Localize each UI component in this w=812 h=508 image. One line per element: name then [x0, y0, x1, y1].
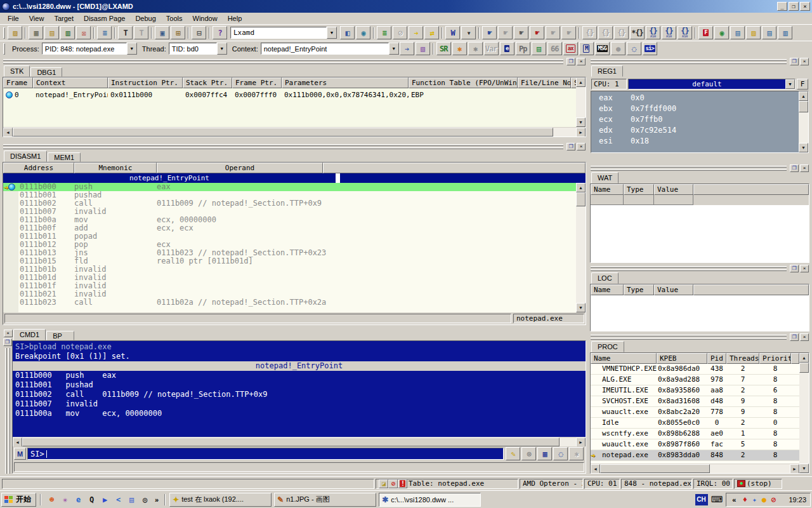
- thread-combo[interactable]: TID: bd0 ▼: [169, 43, 227, 55]
- process-combo[interactable]: PID: 848: notepad.exe ▼: [42, 43, 137, 55]
- stack-horizontal-scrollbar[interactable]: ◄ ►: [3, 127, 586, 137]
- stop-output-icon[interactable]: ⊗: [521, 447, 536, 460]
- media-player-icon[interactable]: ✳: [59, 493, 70, 506]
- watch-panel-grip[interactable]: ❐ ×: [590, 164, 809, 172]
- pause-icon[interactable]: ⊘: [393, 26, 407, 39]
- scrollbar-thumb[interactable]: [799, 363, 809, 373]
- alert-icon[interactable]: !: [398, 479, 407, 488]
- tab-proc[interactable]: PROC: [591, 341, 624, 352]
- m-symbols-icon[interactable]: M: [579, 42, 594, 55]
- column-header-file-line-no[interactable]: File/Line No: [518, 77, 571, 88]
- antivirus-icon[interactable]: ♦: [740, 495, 749, 505]
- scroll-up-button[interactable]: ▲: [576, 183, 586, 192]
- panel-close-button[interactable]: ×: [800, 164, 809, 172]
- scroll-down-button[interactable]: ▼: [799, 464, 809, 473]
- process-row[interactable]: wuauclt.exe0x8987f860fac58: [591, 439, 799, 450]
- column-header-value[interactable]: Value: [654, 184, 693, 195]
- go-arrow-icon[interactable]: ➔: [409, 26, 423, 39]
- keyboard-icon[interactable]: ⌨: [710, 495, 724, 504]
- register-row[interactable]: eax0x0: [591, 93, 799, 104]
- asm-open-icon[interactable]: {}ASH: [646, 26, 660, 39]
- panel-close-button[interactable]: ×: [800, 265, 809, 272]
- column-header-address[interactable]: Address: [3, 163, 74, 173]
- list-export-icon[interactable]: ≡: [377, 26, 391, 39]
- scroll-right-button[interactable]: ►: [576, 128, 586, 137]
- hand-cancel-icon[interactable]: ☛: [530, 26, 544, 39]
- menu-disasm-page[interactable]: Disasm Page: [79, 13, 130, 24]
- command-combo[interactable]: Lxamd ▼: [230, 27, 337, 39]
- save-window-icon[interactable]: ▥: [60, 26, 75, 39]
- tab-wat[interactable]: WAT: [591, 172, 619, 184]
- jump-to-icon[interactable]: ➔: [400, 42, 414, 55]
- scrollbar-thumb[interactable]: [13, 128, 553, 137]
- command-input[interactable]: SI>: [27, 448, 504, 460]
- glasses-icon[interactable]: 66: [547, 42, 562, 55]
- asm-pair-icon[interactable]: {}ASH: [678, 26, 692, 39]
- thread-combo-value[interactable]: TID: bd0: [169, 43, 217, 55]
- column-header-value[interactable]: Value: [654, 284, 693, 295]
- panel-close-button[interactable]: ×: [4, 330, 13, 337]
- panel-float-button[interactable]: ❐: [566, 58, 575, 65]
- messenger-icon[interactable]: ☻: [46, 493, 57, 506]
- open-file-icon[interactable]: ▨: [8, 26, 22, 39]
- process-combo-value[interactable]: PID: 848: notepad.exe: [42, 43, 127, 55]
- register-row[interactable]: ecx0x7ffb0: [591, 114, 799, 125]
- register-view-combo[interactable]: default ▼: [628, 79, 796, 90]
- menu-file[interactable]: File: [3, 13, 24, 24]
- title-bar[interactable]: c:\...\vsi1280.dww - [CMD1]@LXAMD _❐×: [0, 0, 812, 13]
- open-window-icon[interactable]: ▤: [44, 26, 59, 39]
- w-dropdown-icon[interactable]: ▾: [461, 26, 476, 39]
- page-list-icon[interactable]: ▥: [778, 26, 792, 39]
- pc-search-icon[interactable]: ◧: [340, 26, 355, 39]
- msg-icon[interactable]: MSG: [595, 42, 610, 55]
- update-icon[interactable]: ✦: [749, 495, 759, 505]
- hand-step-icon[interactable]: ☛: [498, 26, 513, 39]
- break-hand-icon[interactable]: ☛: [482, 26, 497, 39]
- panel-float-button[interactable]: ❐: [790, 265, 799, 272]
- scroll-left-button[interactable]: ◄: [13, 438, 22, 447]
- column-header-priority[interactable]: Priority: [759, 353, 791, 364]
- menu-help[interactable]: Help: [223, 13, 247, 24]
- brace-next-icon[interactable]: {}: [598, 26, 613, 39]
- column-header-type[interactable]: Type: [624, 284, 654, 295]
- font-open-icon[interactable]: T: [118, 26, 133, 39]
- register-row[interactable]: edx0x7c92e514: [591, 125, 799, 136]
- paste-icon[interactable]: ⊞: [171, 26, 185, 39]
- close-button[interactable]: ×: [800, 2, 810, 11]
- no-entry-icon[interactable]: ⊘: [388, 479, 398, 488]
- context-combo-value[interactable]: notepad!_EntryPoint: [261, 43, 389, 55]
- column-header-instruction-ptr-[interactable]: Instruction Ptr.: [108, 77, 183, 88]
- web-page-icon[interactable]: ◉: [714, 26, 729, 39]
- command-console[interactable]: SI>bpload notepad.exeBreakpoint [0x1 (1)…: [13, 341, 586, 437]
- tab-cmd1[interactable]: CMD1: [13, 329, 46, 340]
- process-row[interactable]: VMNETDHCP.EXE0x8a986da043828: [591, 364, 799, 375]
- ax-register-icon[interactable]: ax: [563, 42, 578, 55]
- disasm-panel-grip[interactable]: ❐ ×: [3, 142, 586, 150]
- scrollbar-thumb[interactable]: [600, 464, 710, 473]
- e-browser-icon[interactable]: e: [500, 42, 514, 55]
- panel-float-button[interactable]: ❐: [3, 338, 12, 346]
- panel-float-button[interactable]: ❐: [790, 333, 799, 341]
- hand-up-icon[interactable]: ☛: [546, 26, 560, 39]
- disasm-row[interactable]: 0111b00amovecx, 00000000: [3, 216, 576, 224]
- find-window-icon[interactable]: ◌: [627, 42, 641, 55]
- delete-window-icon[interactable]: ☒: [76, 26, 91, 39]
- task-debugger[interactable]: ✱c:\...\vsi1280.dww ...: [379, 493, 481, 507]
- locals-empty-area[interactable]: [591, 295, 809, 331]
- macro-button[interactable]: M: [14, 448, 26, 460]
- menu-window[interactable]: Window: [188, 13, 223, 24]
- scroll-up-button[interactable]: ▲: [576, 77, 586, 87]
- register-row[interactable]: esi0x18: [591, 136, 799, 147]
- flashget-icon[interactable]: <: [112, 493, 124, 506]
- hand-hold-icon[interactable]: ☛: [561, 26, 576, 39]
- process-panel-grip[interactable]: ❐ ×: [590, 333, 809, 341]
- panel-float-button[interactable]: ❐: [790, 164, 799, 172]
- panel-close-button[interactable]: ×: [800, 58, 809, 65]
- qq-tray-icon[interactable]: ●: [759, 495, 768, 505]
- column-header-frame-ptr-[interactable]: Frame Ptr.: [232, 77, 282, 88]
- menu-view[interactable]: View: [24, 13, 49, 24]
- register-list[interactable]: eax0x0ebx0x7ffdf000ecx0x7ffb0edx0x7c92e5…: [591, 91, 799, 152]
- console-settings-icon[interactable]: ✱: [569, 447, 584, 460]
- column-header-name[interactable]: Name: [591, 284, 624, 295]
- log-file-icon[interactable]: F: [698, 26, 713, 39]
